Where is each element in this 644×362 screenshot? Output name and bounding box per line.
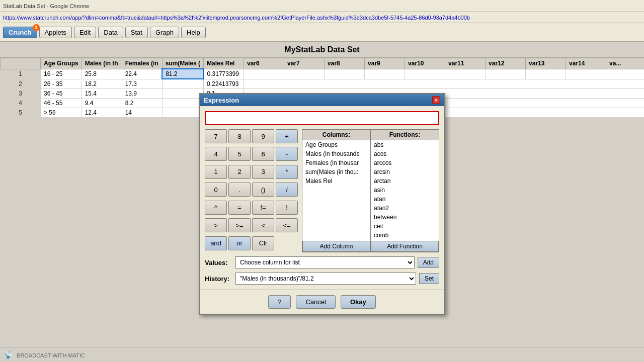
dialog-close-button[interactable]: × — [432, 96, 440, 104]
col-header-more[interactable]: va... — [606, 58, 644, 69]
expression-input[interactable] — [205, 111, 439, 125]
stat-button[interactable]: Stat — [125, 27, 148, 38]
cell-sum-5[interactable] — [162, 108, 203, 117]
cell-age-5[interactable]: > 56 — [41, 108, 82, 117]
help-button[interactable]: Help — [181, 27, 206, 38]
cell-females-4[interactable]: 8.2 — [122, 98, 162, 108]
cell-var9-1[interactable] — [365, 69, 405, 79]
key-plus[interactable]: + — [276, 129, 298, 143]
cell-more-1[interactable] — [606, 69, 644, 79]
column-item-1[interactable]: Age Groups — [302, 140, 370, 149]
cell-males-4[interactable]: 9.4 — [82, 98, 122, 108]
history-set-button[interactable]: Set — [419, 273, 439, 284]
col-header-var6[interactable]: var6 — [244, 58, 284, 69]
cell-males-3[interactable]: 15.4 — [82, 88, 122, 98]
cell-sum-1[interactable]: 81.2 — [162, 69, 203, 79]
key-or[interactable]: or — [228, 236, 251, 250]
col-header-var12[interactable]: var12 — [486, 58, 526, 69]
values-add-button[interactable]: Add — [418, 257, 439, 268]
key-3[interactable]: 3 — [252, 165, 274, 179]
cell-females-1[interactable]: 22.4 — [122, 69, 162, 79]
cell-males-2[interactable]: 18.2 — [82, 79, 122, 88]
add-column-button[interactable]: Add Column — [302, 241, 370, 252]
function-item-comb[interactable]: comb — [371, 231, 439, 240]
applets-button[interactable]: Applets — [39, 27, 72, 38]
key-4[interactable]: 4 — [205, 147, 227, 161]
data-button[interactable]: Data — [98, 27, 123, 38]
key-gte[interactable]: >= — [228, 218, 251, 232]
key-9[interactable]: 9 — [252, 129, 274, 143]
function-item-arcsin[interactable]: arcsin — [371, 167, 439, 176]
key-6[interactable]: 6 — [252, 147, 274, 161]
cell-var6-1[interactable] — [244, 69, 284, 79]
cell-sum-2[interactable] — [162, 79, 203, 88]
key-0[interactable]: 0 — [205, 183, 227, 197]
cell-var8-1[interactable] — [325, 69, 365, 79]
column-item-3[interactable]: Females (in thousar — [302, 158, 370, 167]
cell-var11-1[interactable] — [445, 69, 486, 79]
add-function-button[interactable]: Add Function — [371, 241, 439, 252]
key-clr[interactable]: Clr — [252, 236, 274, 250]
cell-var12-1[interactable] — [486, 69, 526, 79]
function-item-arctan[interactable]: arctan — [371, 176, 439, 186]
col-header-var11[interactable]: var11 — [445, 58, 486, 69]
col-header-females[interactable]: Females (in — [122, 58, 162, 69]
function-item-atan2[interactable]: atan2 — [371, 204, 439, 213]
key-minus[interactable]: - — [276, 147, 298, 161]
cell-sum-4[interactable] — [162, 98, 203, 108]
col-header-var7[interactable]: var7 — [284, 58, 325, 69]
cell-malesrel-1[interactable]: 0.31773399 — [204, 69, 244, 79]
key-multiply[interactable]: * — [276, 165, 298, 179]
col-header-var14[interactable]: var14 — [566, 58, 606, 69]
okay-button[interactable]: Okay — [341, 295, 376, 309]
cell-females-3[interactable]: 13.9 — [122, 88, 162, 98]
col-header-sum[interactable]: sum(Males ( — [162, 58, 203, 69]
cell-sum-3[interactable] — [162, 88, 203, 98]
key-caret[interactable]: ^ — [205, 201, 227, 215]
column-item-2[interactable]: Males (in thousands — [302, 149, 370, 158]
columns-list[interactable]: Age Groups Males (in thousands Females (… — [302, 140, 370, 241]
key-5[interactable]: 5 — [228, 147, 251, 161]
edit-button[interactable]: Edit — [74, 27, 96, 38]
cell-females-5[interactable]: 14 — [122, 108, 162, 117]
col-header-agegroups[interactable]: Age Groups — [41, 58, 82, 69]
key-and[interactable]: and — [205, 236, 227, 250]
cell-var6-2[interactable] — [244, 79, 284, 88]
crunch-button[interactable]: Crunch 3 — [3, 27, 37, 38]
key-dot[interactable]: . — [228, 183, 251, 197]
key-lte[interactable]: <= — [276, 218, 298, 232]
key-divide[interactable]: / — [276, 183, 298, 197]
function-item-asin[interactable]: asin — [371, 186, 439, 195]
cell-malesrel-2[interactable]: 0.22413793 — [204, 79, 244, 88]
key-parens[interactable]: () — [252, 183, 274, 197]
function-item-atan[interactable]: atan — [371, 195, 439, 204]
cell-age-2[interactable]: 26 - 35 — [41, 79, 82, 88]
key-2[interactable]: 2 — [228, 165, 251, 179]
key-7[interactable]: 7 — [205, 129, 227, 143]
cell-age-4[interactable]: 46 - 55 — [41, 98, 82, 108]
column-item-5[interactable]: Males Rel — [302, 176, 370, 186]
function-item-acos[interactable]: acos — [371, 149, 439, 158]
key-exclaim[interactable]: ! — [276, 201, 298, 215]
help-button[interactable]: ? — [268, 295, 291, 309]
key-equals[interactable]: = — [228, 201, 251, 215]
cell-var14-1[interactable] — [566, 69, 606, 79]
cell-age-1[interactable]: 16 - 25 — [41, 69, 82, 79]
cell-males-1[interactable]: 25.8 — [82, 69, 122, 79]
cell-females-2[interactable]: 17.3 — [122, 79, 162, 88]
col-header-var13[interactable]: var13 — [526, 58, 566, 69]
key-notequals[interactable]: != — [252, 201, 274, 215]
key-lt[interactable]: < — [252, 218, 274, 232]
key-8[interactable]: 8 — [228, 129, 251, 143]
function-item-arccos[interactable]: arccos — [371, 158, 439, 167]
cell-var13-1[interactable] — [526, 69, 566, 79]
function-item-ceil[interactable]: ceil — [371, 222, 439, 231]
col-header-var9[interactable]: var9 — [365, 58, 405, 69]
col-header-var10[interactable]: var10 — [405, 58, 445, 69]
key-1[interactable]: 1 — [205, 165, 227, 179]
cancel-button[interactable]: Cancel — [296, 295, 335, 309]
values-select[interactable]: Choose column for list Age Groups Males … — [235, 256, 415, 268]
function-item-between[interactable]: between — [371, 213, 439, 222]
history-select[interactable]: "Males (in thousands)"/81.2 — [235, 273, 416, 285]
column-item-4[interactable]: sum(Males (in thou: — [302, 167, 370, 176]
